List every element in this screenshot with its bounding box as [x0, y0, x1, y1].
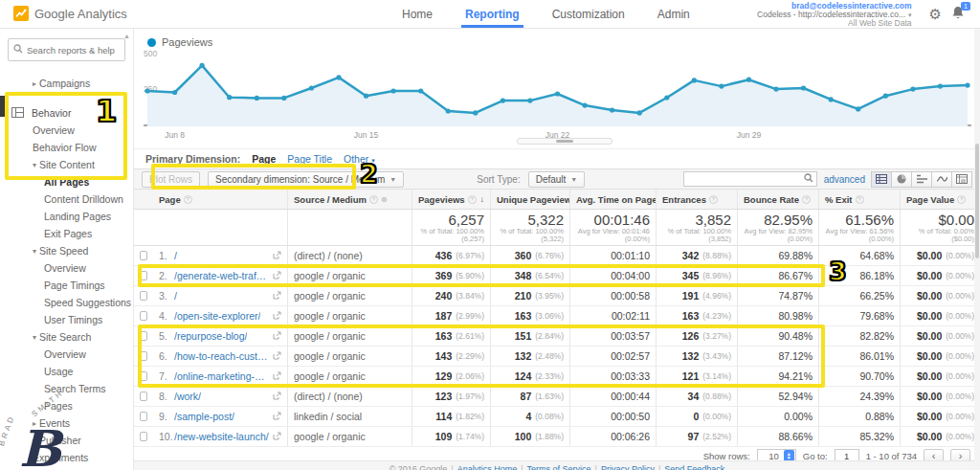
- privacy-link[interactable]: Privacy Policy: [601, 464, 655, 470]
- page-link[interactable]: /online-marketing-channels/: [174, 370, 269, 382]
- analytics-home-link[interactable]: Analytics Home: [457, 464, 518, 470]
- search-icon[interactable]: [804, 173, 813, 185]
- feedback-link[interactable]: Send Feedback: [664, 464, 724, 470]
- sidebar-item-behavior[interactable]: Behavior: [0, 104, 133, 122]
- sidebar-item-behavior-flow[interactable]: Behavior Flow: [0, 139, 133, 156]
- row-checkbox[interactable]: [134, 407, 153, 426]
- dimension-other[interactable]: Other ▾: [344, 153, 375, 165]
- sidebar-item-experiments[interactable]: Experiments: [0, 449, 133, 466]
- secondary-dimension-dropdown[interactable]: Secondary dimension: Source / Medium▼: [208, 171, 404, 188]
- sidebar-item-search-terms[interactable]: Search Terms: [0, 380, 133, 397]
- external-link-icon[interactable]: [269, 411, 281, 422]
- row-checkbox[interactable]: [134, 427, 153, 446]
- google-analytics-logo[interactable]: Google Analytics: [0, 6, 153, 23]
- chart-timeline-scrollbar[interactable]: [517, 138, 612, 145]
- plot-rows-button[interactable]: Plot Rows: [142, 171, 200, 188]
- page-link[interactable]: /: [174, 250, 177, 261]
- tab-reporting[interactable]: Reporting: [465, 0, 520, 28]
- col-pageviews[interactable]: Pageviews?↓: [412, 190, 490, 209]
- col-bounce-rate[interactable]: Bounce Rate?: [737, 190, 818, 209]
- sidebar-item-usage[interactable]: Usage: [0, 363, 133, 380]
- table-search[interactable]: [683, 171, 817, 187]
- help-icon[interactable]: ?: [957, 195, 966, 204]
- performance-view-icon[interactable]: [911, 171, 932, 188]
- notifications-bell-icon[interactable]: 1: [951, 6, 965, 22]
- sidebar-item-behavior-overview[interactable]: Overview: [0, 122, 133, 139]
- page-link[interactable]: /repurpose-blog/: [174, 330, 247, 342]
- pivot-view-icon[interactable]: [951, 171, 972, 188]
- external-link-icon[interactable]: [269, 270, 281, 281]
- tab-admin[interactable]: Admin: [657, 0, 690, 28]
- sidebar-item-content-drilldown[interactable]: Content Drilldown: [0, 190, 133, 208]
- help-icon[interactable]: ?: [369, 195, 378, 204]
- dimension-page-title[interactable]: Page Title: [287, 153, 332, 165]
- col-page[interactable]: Page?: [153, 190, 287, 209]
- col-unique-pageviews[interactable]: Unique Pageviews?: [490, 190, 569, 209]
- sidebar-search[interactable]: [8, 38, 125, 61]
- sidebar-item-events[interactable]: ▸Events: [0, 414, 133, 432]
- row-checkbox[interactable]: [134, 387, 153, 406]
- page-link[interactable]: /work/: [174, 391, 201, 402]
- sidebar-item-site-speed[interactable]: ▾Site Speed: [0, 242, 133, 259]
- sidebar-item-site-search-overview[interactable]: Overview: [0, 346, 133, 363]
- page-link[interactable]: /sample-post/: [174, 411, 234, 422]
- chart-plot[interactable]: [144, 56, 971, 126]
- sidebar-item-site-speed-overview[interactable]: Overview: [0, 259, 133, 277]
- terms-link[interactable]: Terms of Service: [527, 464, 591, 470]
- page-link[interactable]: /how-to-reach-customers/: [174, 350, 269, 362]
- page-link[interactable]: /open-site-explorer/: [174, 310, 260, 322]
- tab-customization[interactable]: Customization: [552, 0, 625, 28]
- external-link-icon[interactable]: [269, 370, 281, 382]
- scrollbar-handle[interactable]: [556, 140, 573, 143]
- external-link-icon[interactable]: [269, 431, 281, 442]
- external-link-icon[interactable]: [269, 250, 281, 261]
- tab-home[interactable]: Home: [402, 0, 433, 28]
- page-link[interactable]: /generate-web-traffic/: [174, 270, 269, 281]
- sidebar-item-all-pages[interactable]: All Pages: [0, 173, 133, 190]
- sidebar-scroll-up-icon[interactable]: ▲: [123, 33, 130, 39]
- external-link-icon[interactable]: [269, 350, 281, 362]
- sidebar-item-publisher[interactable]: ▸Publisher: [0, 432, 133, 449]
- external-link-icon[interactable]: [269, 310, 281, 322]
- account-switcher[interactable]: brad@codelessinteractive.com Codeless - …: [757, 0, 911, 28]
- row-checkbox[interactable]: [134, 286, 153, 305]
- table-search-input[interactable]: [687, 174, 804, 185]
- remove-dimension-icon[interactable]: ⊗: [381, 195, 388, 204]
- sidebar-item-page-analytics[interactable]: ▸Page Analytics: [0, 466, 133, 470]
- sidebar-item-page-timings[interactable]: Page Timings: [0, 277, 133, 294]
- sidebar-item-landing-pages[interactable]: Landing Pages: [0, 208, 133, 225]
- help-icon[interactable]: ?: [802, 195, 811, 204]
- row-checkbox[interactable]: [134, 347, 153, 366]
- col-entrances[interactable]: Entrances?: [656, 190, 737, 209]
- row-checkbox[interactable]: [134, 367, 153, 386]
- search-input[interactable]: [27, 45, 120, 56]
- col-page-value[interactable]: Page Value?: [900, 190, 980, 209]
- sidebar-item-user-timings[interactable]: User Timings: [0, 311, 133, 328]
- col-source-medium[interactable]: Source / Medium?⊗: [287, 190, 412, 209]
- col-percent-exit[interactable]: % Exit?: [818, 190, 900, 209]
- row-checkbox[interactable]: [134, 246, 153, 265]
- col-avg-time[interactable]: Avg. Time on Page?: [569, 190, 656, 209]
- row-checkbox[interactable]: [134, 306, 153, 325]
- page-link[interactable]: /new-website-launch/: [174, 431, 269, 442]
- advanced-search-link[interactable]: advanced: [824, 174, 865, 185]
- help-icon[interactable]: ?: [856, 195, 864, 204]
- sort-type-dropdown[interactable]: Default▼: [528, 171, 586, 188]
- sidebar-item-speed-suggestions[interactable]: Speed Suggestions: [0, 294, 133, 311]
- comparison-view-icon[interactable]: [931, 171, 952, 188]
- dimension-page[interactable]: Page: [252, 153, 276, 165]
- vertical-scrollbar[interactable]: [974, 29, 980, 470]
- percentage-view-icon[interactable]: [891, 171, 912, 188]
- sidebar-item-site-search-pages[interactable]: Pages: [0, 397, 133, 414]
- table-view-icon[interactable]: [871, 171, 892, 188]
- sidebar-item-exit-pages[interactable]: Exit Pages: [0, 225, 133, 242]
- help-icon[interactable]: ?: [709, 195, 718, 204]
- help-icon[interactable]: ?: [468, 195, 477, 204]
- external-link-icon[interactable]: [269, 290, 281, 302]
- external-link-icon[interactable]: [269, 330, 281, 342]
- settings-gear-icon[interactable]: ⚙: [929, 6, 942, 23]
- row-checkbox[interactable]: [134, 326, 153, 346]
- page-link[interactable]: /: [174, 290, 177, 302]
- help-icon[interactable]: ?: [184, 195, 192, 204]
- external-link-icon[interactable]: [269, 391, 281, 402]
